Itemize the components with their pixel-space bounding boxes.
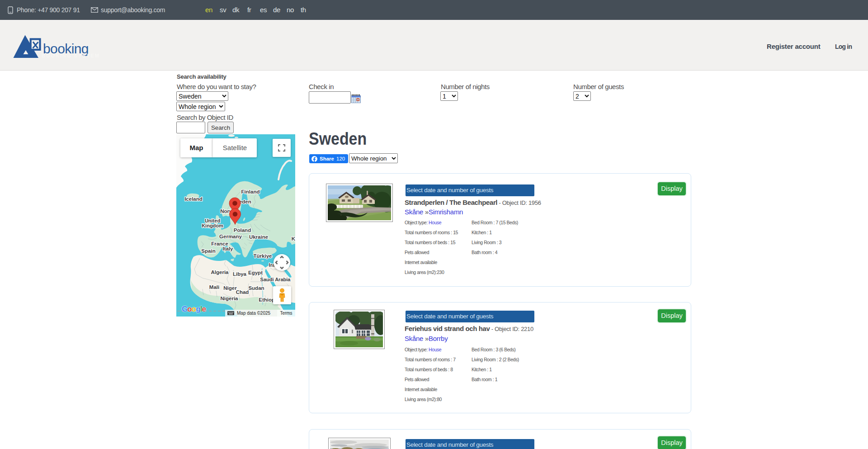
svg-text:Mali: Mali xyxy=(209,284,219,290)
svg-text:Libya: Libya xyxy=(233,271,247,277)
svg-text:Ukraine: Ukraine xyxy=(249,234,268,240)
svg-text:Niger: Niger xyxy=(223,285,237,291)
svg-text:Poland: Poland xyxy=(234,227,251,233)
svg-text:Germany: Germany xyxy=(219,234,242,239)
svg-text:Chad: Chad xyxy=(236,289,249,295)
svg-text:Kingdom: Kingdom xyxy=(202,223,223,228)
svg-text:Nigeria: Nigeria xyxy=(221,296,239,301)
svg-text:Iceland: Iceland xyxy=(184,196,203,202)
svg-text:Egypt: Egypt xyxy=(248,270,263,275)
svg-text:Algeria: Algeria xyxy=(211,269,229,275)
svg-text:Ka: Ka xyxy=(292,236,295,241)
svg-text:Türkiye: Türkiye xyxy=(254,253,272,259)
svg-text:Sudan: Sudan xyxy=(248,285,264,291)
svg-text:Spain: Spain xyxy=(201,248,215,254)
svg-text:Saudi Arabia: Saudi Arabia xyxy=(260,277,291,282)
svg-text:Finland: Finland xyxy=(241,189,260,194)
svg-text:Italy: Italy xyxy=(222,246,233,251)
